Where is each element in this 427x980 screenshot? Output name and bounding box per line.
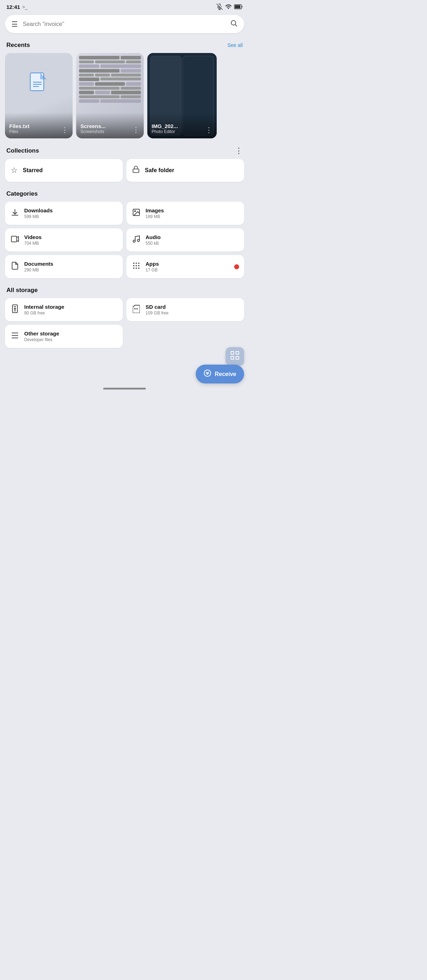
collections-grid: ☆ Starred Safe folder (0, 158, 249, 187)
recent-card-files[interactable]: Files.txt Files ⋮ (5, 53, 73, 138)
category-name-downloads: Downloads (24, 207, 118, 213)
category-size-documents: 290 MB (24, 267, 118, 272)
hamburger-button[interactable]: ☰ (11, 20, 18, 29)
svg-point-23 (133, 267, 134, 269)
svg-point-18 (135, 262, 137, 264)
lock-icon (132, 165, 140, 175)
storage-sd-card[interactable]: SD card 109 GB free (126, 298, 244, 321)
category-name-audio: Audio (145, 234, 239, 240)
scan-button[interactable] (226, 347, 244, 366)
svg-rect-4 (235, 5, 241, 8)
all-storage-title: All storage (6, 287, 38, 294)
collection-starred[interactable]: ☆ Starred (5, 159, 123, 182)
category-size-videos: 704 MB (24, 241, 118, 246)
internal-storage-name: Internal storage (24, 304, 64, 310)
category-size-downloads: 599 MB (24, 214, 118, 219)
svg-point-16 (137, 239, 140, 242)
sd-card-icon (131, 304, 141, 315)
file-icon (30, 72, 48, 98)
receive-button[interactable]: Receive (196, 364, 244, 383)
mute-icon (216, 3, 223, 10)
svg-point-13 (134, 211, 135, 212)
recent-card-type-2: Screenshots (80, 129, 106, 134)
svg-point-20 (133, 265, 134, 266)
recent-card-overlay: Files.txt Files ⋮ (5, 112, 73, 138)
bottom-bar (0, 383, 249, 392)
collections-menu-button[interactable]: ⋮ (235, 147, 243, 155)
battery-icon (234, 4, 243, 9)
storage-grid: Internal storage 90 GB free SD card 109 … (0, 297, 249, 352)
collection-starred-label: Starred (23, 167, 43, 173)
status-icons (216, 3, 243, 10)
storage-internal[interactable]: Internal storage 90 GB free (5, 298, 123, 321)
recent-card-name: Files.txt (9, 123, 30, 129)
svg-rect-11 (133, 169, 139, 172)
svg-line-6 (235, 25, 237, 26)
collections-header: Collections ⋮ (0, 143, 249, 158)
terminal-icon: >_ (22, 4, 27, 10)
apps-icon (131, 261, 141, 272)
svg-point-19 (138, 262, 140, 264)
category-size-images: 189 MB (145, 214, 239, 219)
category-size-apps: 17 GB (145, 267, 239, 272)
storage-other[interactable]: Other storage Developer files (5, 325, 123, 348)
recents-header: Recents See all (0, 38, 249, 52)
recents-title: Recents (6, 41, 30, 49)
category-videos[interactable]: Videos 704 MB (5, 228, 123, 251)
category-audio[interactable]: Audio 550 kB (126, 228, 244, 251)
search-icon[interactable] (230, 19, 238, 29)
videos-icon (10, 235, 20, 245)
audio-icon (131, 235, 141, 245)
scan-icon (230, 351, 239, 362)
recent-card-menu-button-3[interactable]: ⋮ (205, 126, 212, 134)
downloads-icon (10, 208, 20, 219)
collections-title: Collections (6, 147, 39, 154)
images-icon (131, 208, 141, 219)
collection-safe-label: Safe folder (145, 167, 174, 173)
recent-card-type: Files (9, 129, 30, 134)
sd-card-size: 109 GB free (145, 310, 169, 315)
all-storage-header: All storage (0, 283, 249, 297)
category-images[interactable]: Images 189 MB (126, 202, 244, 225)
other-storage-size: Developer files (24, 337, 59, 342)
sd-card-name: SD card (145, 304, 169, 310)
recent-card-type-3: Photo Editor (151, 129, 178, 134)
recent-card-photo[interactable]: IMG_202... Photo Editor ⋮ (147, 53, 217, 138)
recent-card-menu-button-2[interactable]: ⋮ (132, 126, 140, 134)
category-name-documents: Documents (24, 261, 118, 267)
svg-rect-26 (13, 305, 18, 313)
svg-rect-14 (11, 236, 17, 242)
category-downloads[interactable]: Downloads 599 MB (5, 202, 123, 225)
svg-point-15 (133, 240, 135, 242)
status-time: 12:41 (6, 4, 20, 10)
see-all-button[interactable]: See all (227, 42, 243, 48)
categories-title: Categories (6, 190, 38, 197)
recents-scroll: Files.txt Files ⋮ Screens... Screenshots (0, 52, 249, 143)
category-name-images: Images (145, 207, 239, 213)
recent-card-name-2: Screens... (80, 123, 106, 129)
recent-card-screenshots[interactable]: Screens... Screenshots ⋮ (76, 53, 144, 138)
svg-point-29 (14, 308, 16, 309)
svg-rect-39 (236, 356, 239, 359)
recent-card-overlay-3: IMG_202... Photo Editor ⋮ (147, 112, 217, 138)
recent-card-menu-button[interactable]: ⋮ (61, 126, 69, 134)
other-storage-name: Other storage (24, 331, 59, 337)
recent-card-name-3: IMG_202... (151, 123, 178, 129)
category-name-apps: Apps (145, 261, 239, 267)
svg-rect-38 (231, 356, 234, 359)
wifi-icon (225, 4, 232, 10)
svg-rect-37 (236, 352, 239, 354)
internal-storage-icon (10, 304, 20, 315)
receive-icon (204, 369, 211, 379)
category-apps[interactable]: Apps 17 GB (126, 255, 244, 278)
fab-area: Receive (5, 352, 244, 383)
search-input[interactable] (23, 21, 230, 27)
svg-rect-36 (231, 352, 234, 354)
recent-card-overlay-2: Screens... Screenshots ⋮ (76, 112, 144, 138)
apps-notification-dot (234, 264, 239, 269)
svg-point-5 (231, 21, 236, 25)
category-documents[interactable]: Documents 290 MB (5, 255, 123, 278)
collection-safe-folder[interactable]: Safe folder (126, 159, 244, 182)
svg-point-22 (138, 265, 140, 266)
search-bar[interactable]: ☰ (5, 15, 244, 33)
